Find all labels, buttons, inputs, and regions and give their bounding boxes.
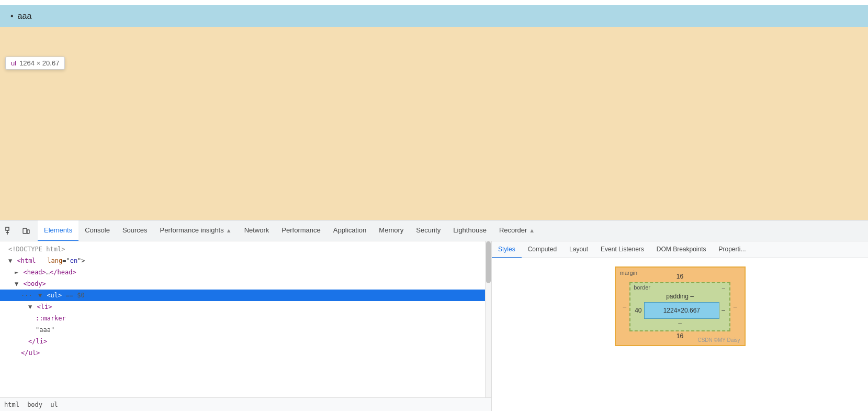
margin-top-value: 16 xyxy=(620,272,740,282)
devtools-panel: Elements Console Sources Performance ins… xyxy=(0,220,868,411)
content-box: 1224×20.667 xyxy=(644,302,720,319)
list-item-text: aaa xyxy=(18,12,32,21)
dom-line-body[interactable]: ▼ <body> xyxy=(0,278,485,290)
padding-bottom-value: – xyxy=(633,319,727,328)
dom-line-li[interactable]: ▼ <li> xyxy=(0,301,485,313)
margin-label: margin xyxy=(620,270,638,276)
padding-middle-row: 40 1224×20.667 – xyxy=(633,302,727,319)
styles-subtab-computed[interactable]: Computed xyxy=(522,241,563,258)
breadcrumb-ul[interactable]: ul xyxy=(50,401,58,408)
tab-console[interactable]: Console xyxy=(78,220,116,241)
dom-line-li-close[interactable]: </li> xyxy=(0,336,485,347)
padding-left-value: 40 xyxy=(633,306,644,315)
dom-line-ul[interactable]: ··· ▼ <ul> == $0 xyxy=(0,290,485,301)
svg-rect-0 xyxy=(6,227,9,230)
list-item-row: • aaa xyxy=(0,5,868,27)
padding-right-value: – xyxy=(719,306,727,315)
dom-line-head[interactable]: ► <head>…</head> xyxy=(0,266,485,278)
watermark-text: CSDN ©MY Daisy xyxy=(697,337,740,343)
border-label: border xyxy=(634,284,650,291)
box-model-diagram: margin 16 – border – padding – xyxy=(615,266,746,346)
dom-tree-content: <!DOCTYPE html> ▼ <html lang="en"> ► <he… xyxy=(0,241,485,397)
styles-panel: Styles Computed Layout Event Listeners D… xyxy=(492,241,868,411)
tab-lighthouse[interactable]: Lighthouse xyxy=(447,220,493,241)
device-toggle-icon[interactable] xyxy=(19,224,33,238)
dom-line-ul-close[interactable]: </ul> xyxy=(0,347,485,359)
styles-subtab-layout[interactable]: Layout xyxy=(563,241,594,258)
styles-subtab-styles[interactable]: Styles xyxy=(492,241,522,258)
devtools-icon-buttons xyxy=(2,224,33,238)
tooltip-tag: ul xyxy=(11,59,16,67)
margin-left-value: – xyxy=(620,301,630,313)
dom-scrollbar-thumb[interactable] xyxy=(486,241,491,283)
styles-subtab-event-listeners[interactable]: Event Listeners xyxy=(594,241,650,258)
page-background: • aaa ul 1264 × 20.67 xyxy=(0,5,868,220)
dom-breadcrumb: html body ul xyxy=(0,397,491,411)
dom-line-marker[interactable]: ::marker xyxy=(0,313,485,324)
breadcrumb-body[interactable]: body xyxy=(27,401,42,408)
border-value: – xyxy=(722,284,725,291)
dom-line-text[interactable]: "aaa" xyxy=(0,324,485,336)
devtools-tab-bar: Elements Console Sources Performance ins… xyxy=(0,220,868,241)
tab-memory[interactable]: Memory xyxy=(373,220,410,241)
styles-subtab-dom-breakpoints[interactable]: DOM Breakpoints xyxy=(650,241,713,258)
tooltip-size: 1264 × 20.67 xyxy=(19,59,59,67)
tab-performance[interactable]: Performance xyxy=(275,220,326,241)
tab-sources[interactable]: Sources xyxy=(116,220,154,241)
tab-performance-insights[interactable]: Performance insights ▲ xyxy=(154,220,238,241)
padding-label: padding – xyxy=(633,292,727,302)
dom-scrollbar[interactable] xyxy=(485,241,491,397)
tab-application[interactable]: Application xyxy=(327,220,373,241)
breadcrumb-html[interactable]: html xyxy=(4,401,19,408)
svg-rect-4 xyxy=(27,230,29,234)
styles-subtab-properties[interactable]: Properti... xyxy=(713,241,752,258)
recorder-badge: ▲ xyxy=(529,227,535,234)
styles-sub-tabs: Styles Computed Layout Event Listeners D… xyxy=(492,241,868,258)
tab-network[interactable]: Network xyxy=(238,220,276,241)
devtools-body: <!DOCTYPE html> ▼ <html lang="en"> ► <he… xyxy=(0,241,868,411)
inspect-icon[interactable] xyxy=(2,224,17,238)
tab-security[interactable]: Security xyxy=(410,220,447,241)
margin-middle-row: – border – padding – 40 xyxy=(620,282,740,331)
border-box: border – padding – 40 1224×20.667 xyxy=(629,282,730,331)
svg-rect-3 xyxy=(23,228,27,234)
styles-content: margin 16 – border – padding – xyxy=(492,258,868,411)
dom-panel: <!DOCTYPE html> ▼ <html lang="en"> ► <he… xyxy=(0,241,492,411)
performance-insights-badge: ▲ xyxy=(226,227,232,234)
bullet-point: • xyxy=(10,12,14,21)
element-tooltip: ul 1264 × 20.67 xyxy=(5,57,65,70)
dom-line-html[interactable]: ▼ <html lang="en"> xyxy=(0,255,485,266)
content-size-value: 1224×20.667 xyxy=(663,307,700,314)
margin-right-value: – xyxy=(730,301,740,313)
tab-recorder[interactable]: Recorder ▲ xyxy=(493,220,541,241)
dom-line-doctype[interactable]: <!DOCTYPE html> xyxy=(0,243,485,255)
browser-content: • aaa ul 1264 × 20.67 xyxy=(0,0,868,220)
dom-tree[interactable]: <!DOCTYPE html> ▼ <html lang="en"> ► <he… xyxy=(0,241,491,397)
tab-elements[interactable]: Elements xyxy=(38,220,78,241)
